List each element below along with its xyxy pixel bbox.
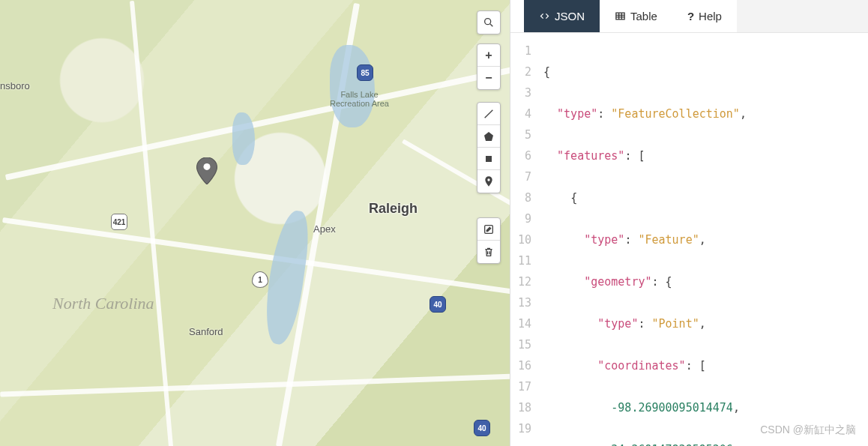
edit-button[interactable] (477, 218, 500, 241)
area-label-line: Falls Lake (340, 90, 378, 99)
tab-table[interactable]: Table (600, 0, 672, 32)
tab-json[interactable]: JSON (524, 0, 600, 32)
code-area[interactable]: { "type": "FeatureCollection", "features… (537, 33, 868, 446)
svg-line-3 (485, 109, 493, 118)
map-edit-group (477, 217, 501, 264)
help-icon: ? (687, 10, 694, 22)
svg-line-2 (490, 24, 492, 26)
side-panel: JSON Table ? Help 1234567891011121314151… (510, 0, 868, 446)
map-pane[interactable]: North Carolina Raleigh Apex Sanford nsbo… (0, 0, 510, 446)
zoom-in-button[interactable]: + (477, 44, 500, 67)
tab-help-label: Help (699, 10, 722, 22)
tab-help[interactable]: ? Help (672, 0, 737, 32)
town-label-apex: Apex (313, 223, 336, 235)
draw-polygon-button[interactable] (477, 125, 500, 148)
shield-i40: 40 (430, 296, 446, 313)
state-label: North Carolina (52, 294, 154, 313)
svg-marker-4 (484, 132, 493, 141)
area-label-line: Recreation Area (330, 99, 389, 108)
svg-rect-10 (616, 13, 624, 19)
draw-marker-button[interactable] (477, 170, 500, 193)
tab-json-label: JSON (555, 10, 585, 22)
draw-line-button[interactable] (477, 103, 500, 125)
map-marker[interactable] (196, 157, 217, 184)
lake (232, 112, 255, 165)
svg-point-6 (487, 178, 489, 181)
map-search-group (477, 10, 501, 34)
tab-table-label: Table (630, 10, 657, 22)
json-editor[interactable]: 12345678910111213141516171819 { "type": … (510, 33, 868, 446)
tab-bar: JSON Table ? Help (510, 0, 868, 33)
shield-i40: 40 (474, 420, 490, 436)
map-zoom-group: + − (477, 43, 501, 90)
line-gutter: 12345678910111213141516171819 (510, 33, 537, 446)
city-label-raleigh: Raleigh (369, 201, 418, 217)
shield-i85: 85 (357, 64, 373, 81)
svg-rect-5 (486, 156, 492, 162)
zoom-out-button[interactable]: − (477, 67, 500, 89)
shield-421: 421 (111, 214, 127, 230)
town-label-sanford: Sanford (189, 326, 223, 337)
svg-point-0 (204, 163, 211, 170)
delete-button[interactable] (477, 241, 500, 263)
search-button[interactable] (477, 11, 500, 34)
watermark: CSDN @新缸中之脑 (760, 424, 856, 437)
map-draw-group (477, 102, 501, 193)
svg-point-1 (485, 19, 491, 25)
town-label-nsboro: nsboro (0, 80, 30, 91)
shield-us1: 1 (252, 271, 268, 288)
area-label-falls-lake: Falls Lake Recreation Area (330, 90, 389, 108)
draw-rectangle-button[interactable] (477, 148, 500, 170)
